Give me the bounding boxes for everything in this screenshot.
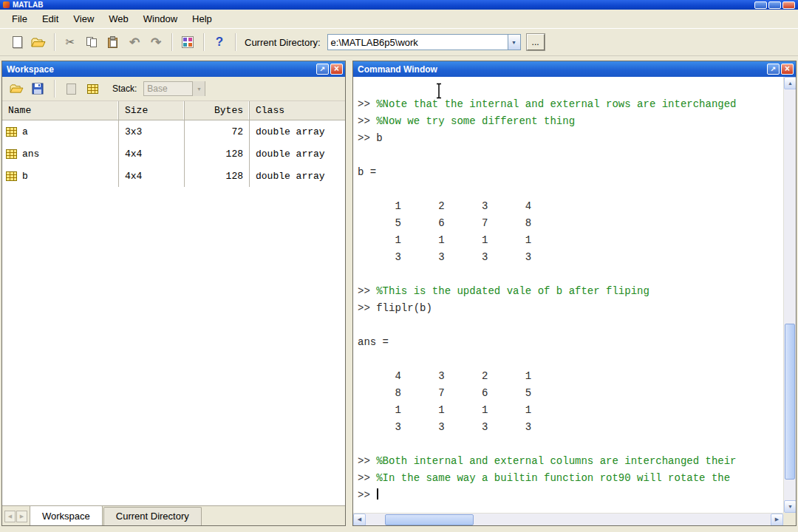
open-file-button[interactable] bbox=[29, 33, 48, 52]
maximize-button[interactable] bbox=[768, 1, 781, 9]
close-icon[interactable]: × bbox=[781, 64, 794, 75]
toolbar-separator bbox=[235, 33, 236, 51]
scroll-left-icon[interactable]: ◀ bbox=[353, 514, 366, 526]
command-window-panel: Command Window ↗ × >> %Note that the int… bbox=[352, 61, 797, 526]
table-row[interactable]: ans4x4128double array bbox=[2, 143, 345, 165]
array-icon bbox=[6, 171, 17, 181]
horizontal-scrollbar[interactable]: ◀ ▶ bbox=[353, 513, 783, 525]
current-directory-combo[interactable]: e:\MATLAB6p5\work ▼ bbox=[327, 34, 521, 50]
minimize-button[interactable] bbox=[754, 1, 767, 9]
array-editor-icon bbox=[87, 84, 98, 94]
command-line: 3 3 3 3 bbox=[358, 249, 783, 266]
menu-web[interactable]: Web bbox=[101, 11, 136, 27]
window-titlebar: MATLAB bbox=[0, 0, 798, 10]
scrollbar-corner bbox=[783, 513, 796, 525]
workspace-title: Workspace bbox=[7, 64, 54, 75]
menu-file[interactable]: File bbox=[4, 11, 35, 27]
stack-value: Base bbox=[144, 83, 192, 94]
prompt: >> bbox=[358, 489, 376, 501]
new-file-button[interactable] bbox=[7, 33, 27, 52]
redo-button[interactable]: ↷ bbox=[146, 33, 166, 52]
line-text: %Both internal and external columns are … bbox=[376, 455, 736, 467]
column-header-size[interactable]: Size bbox=[119, 101, 185, 120]
tab-scroll-left-icon[interactable]: ◀ bbox=[4, 511, 16, 522]
menu-edit[interactable]: Edit bbox=[35, 11, 66, 27]
undo-button[interactable]: ↶ bbox=[125, 33, 144, 52]
workspace-rows: a3x372double arrayans4x4128double arrayb… bbox=[2, 120, 345, 187]
workspace-panel: Workspace ↗ × Stack: Base ▼ Na bbox=[1, 61, 346, 526]
scroll-right-icon[interactable]: ▶ bbox=[771, 514, 783, 526]
vertical-scroll-track[interactable] bbox=[784, 89, 796, 500]
browse-directory-button[interactable]: ... bbox=[527, 34, 545, 50]
tab-scroll-right-icon[interactable]: ▶ bbox=[16, 511, 27, 522]
cut-icon: ✂ bbox=[66, 35, 75, 49]
command-line: >> %Note that the internal and external … bbox=[358, 96, 783, 113]
menu-help[interactable]: Help bbox=[185, 11, 219, 27]
scroll-up-icon[interactable]: ▲ bbox=[784, 77, 796, 89]
vertical-scroll-thumb[interactable] bbox=[785, 324, 795, 480]
command-window-titlebar: Command Window ↗ × bbox=[353, 61, 796, 77]
undock-icon[interactable]: ↗ bbox=[316, 64, 329, 75]
paste-icon bbox=[107, 36, 119, 49]
line-text: %In the same way a builtin function rot9… bbox=[376, 472, 730, 484]
copy-button[interactable] bbox=[82, 33, 101, 52]
window-title: MATLAB bbox=[13, 1, 43, 9]
open-selection-button[interactable] bbox=[62, 80, 80, 98]
line-text: 1 1 1 1 bbox=[358, 404, 531, 416]
cell-bytes: 72 bbox=[185, 120, 250, 143]
tab-current-directory[interactable]: Current Directory bbox=[103, 507, 202, 525]
command-line: ans = bbox=[358, 334, 783, 351]
chevron-down-icon[interactable]: ▼ bbox=[508, 35, 520, 50]
menu-window[interactable]: Window bbox=[136, 11, 185, 27]
prompt: >> bbox=[358, 472, 376, 484]
undo-icon: ↶ bbox=[129, 35, 140, 50]
line-text: b bbox=[376, 132, 382, 144]
column-header-name[interactable]: Name bbox=[2, 101, 119, 120]
command-line: >> %Both internal and external columns a… bbox=[358, 453, 783, 470]
command-line: 5 6 7 8 bbox=[358, 215, 783, 232]
command-line: 3 3 3 3 bbox=[358, 419, 783, 436]
horizontal-scroll-track[interactable] bbox=[366, 514, 771, 526]
prompt: >> bbox=[358, 455, 376, 467]
open-folder-icon bbox=[10, 83, 24, 94]
help-button[interactable]: ? bbox=[210, 33, 229, 52]
table-row[interactable]: a3x372double array bbox=[2, 120, 345, 143]
paste-button[interactable] bbox=[103, 33, 123, 52]
close-icon[interactable]: × bbox=[330, 64, 343, 75]
horizontal-scroll-thumb[interactable] bbox=[385, 514, 474, 525]
command-line bbox=[358, 147, 783, 164]
menu-view[interactable]: View bbox=[66, 11, 101, 27]
column-header-bytes[interactable]: Bytes bbox=[185, 101, 250, 120]
cut-button[interactable]: ✂ bbox=[61, 33, 80, 52]
tab-workspace[interactable]: Workspace bbox=[30, 505, 103, 525]
line-text: 4 3 2 1 bbox=[358, 370, 531, 382]
undock-icon[interactable]: ↗ bbox=[767, 64, 780, 75]
load-workspace-button[interactable] bbox=[7, 80, 25, 98]
new-file-icon bbox=[13, 36, 22, 48]
column-header-class[interactable]: Class bbox=[250, 101, 345, 120]
close-button[interactable] bbox=[782, 1, 795, 9]
scroll-down-icon[interactable]: ▼ bbox=[784, 500, 796, 513]
command-line: >> %Now we try some different thing bbox=[358, 113, 783, 130]
simulink-button[interactable] bbox=[178, 33, 197, 52]
cell-class: double array bbox=[250, 120, 345, 143]
line-text: 3 3 3 3 bbox=[358, 251, 531, 263]
panels-area: Workspace ↗ × Stack: Base ▼ Na bbox=[0, 56, 798, 526]
toolbar-separator bbox=[203, 33, 204, 51]
table-row[interactable]: b4x4128double array bbox=[2, 165, 345, 187]
variable-name: ans bbox=[22, 149, 39, 160]
command-window-text[interactable]: >> %Note that the internal and external … bbox=[353, 77, 783, 513]
array-editor-button[interactable] bbox=[83, 80, 101, 98]
workspace-table: Name Size Bytes Class a3x372double array… bbox=[2, 101, 345, 505]
save-workspace-button[interactable] bbox=[29, 80, 47, 98]
line-text: b = bbox=[358, 166, 376, 178]
workspace-table-header: Name Size Bytes Class bbox=[2, 101, 345, 120]
cell-class: double array bbox=[250, 165, 345, 187]
line-text: fliplr(b) bbox=[376, 302, 432, 314]
vertical-scrollbar[interactable]: ▲ ▼ bbox=[783, 77, 796, 513]
line-text: 1 2 3 4 bbox=[358, 200, 531, 212]
command-line: 1 1 1 1 bbox=[358, 402, 783, 419]
command-line: >> b bbox=[358, 130, 783, 147]
command-line: b = bbox=[358, 164, 783, 181]
line-text: 1 1 1 1 bbox=[358, 234, 531, 246]
